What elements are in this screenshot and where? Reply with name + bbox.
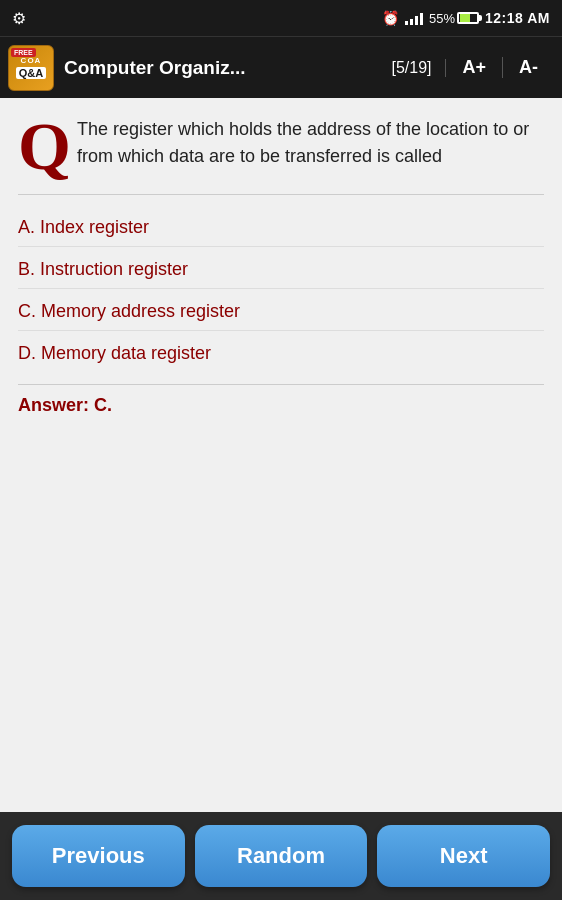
battery-fill (460, 14, 470, 22)
answer-text: Answer: C. (0, 395, 562, 432)
option-b[interactable]: B. Instruction register (18, 251, 544, 289)
status-left: ⚙ (12, 9, 26, 28)
bar4 (420, 13, 423, 25)
status-bar: ⚙ ⏰ 55% 12:18 AM (0, 0, 562, 36)
option-d[interactable]: D. Memory data register (18, 335, 544, 372)
coa-label: COA (21, 56, 42, 65)
font-decrease-button[interactable]: A- (503, 57, 554, 78)
question-area: Q The register which holds the address o… (0, 98, 562, 180)
qa-label: Q&A (16, 67, 46, 79)
q-letter: Q (18, 112, 71, 180)
question-text: The register which holds the address of … (77, 116, 544, 170)
battery-icon (457, 12, 479, 24)
status-right: ⏰ 55% 12:18 AM (382, 10, 550, 26)
app-icon: FREE COA Q&A (8, 45, 54, 91)
main-content: Q The register which holds the address o… (0, 98, 562, 812)
options-area[interactable]: A. Index register B. Instruction registe… (0, 209, 562, 372)
bottom-nav: Previous Random Next (0, 812, 562, 900)
app-title: Computer Organiz... (64, 57, 377, 79)
battery-percent: 55% (429, 11, 455, 26)
option-c[interactable]: C. Memory address register (18, 293, 544, 331)
app-bar: FREE COA Q&A Computer Organiz... [5/19] … (0, 36, 562, 98)
random-button[interactable]: Random (195, 825, 368, 887)
alarm-icon: ⏰ (382, 10, 399, 26)
answer-divider (18, 384, 544, 385)
app-bar-actions: [5/19] A+ A- (377, 57, 554, 78)
question-row: Q The register which holds the address o… (18, 116, 544, 180)
bar2 (410, 19, 413, 25)
battery-container: 55% (429, 11, 479, 26)
bar3 (415, 16, 418, 25)
usb-icon: ⚙ (12, 9, 26, 28)
next-button[interactable]: Next (377, 825, 550, 887)
question-divider (18, 194, 544, 195)
font-increase-button[interactable]: A+ (446, 57, 503, 78)
free-badge: FREE (11, 48, 36, 57)
question-counter: [5/19] (377, 59, 446, 77)
previous-button[interactable]: Previous (12, 825, 185, 887)
signal-bars (405, 11, 423, 25)
bar1 (405, 21, 408, 25)
clock: 12:18 AM (485, 10, 550, 26)
option-a[interactable]: A. Index register (18, 209, 544, 247)
